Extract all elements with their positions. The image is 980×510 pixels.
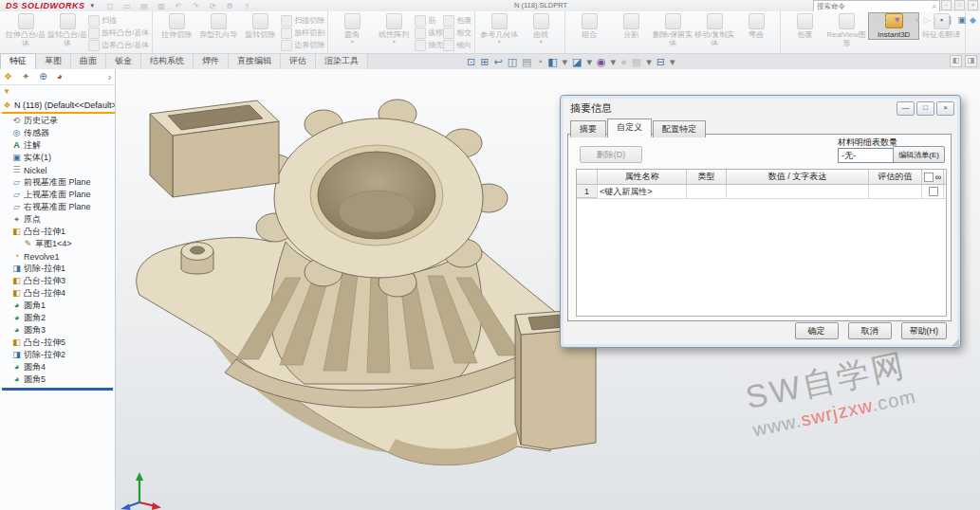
- table-header-cell[interactable]: 属性名称: [598, 170, 687, 184]
- commandmanager-tab[interactable]: 评估: [281, 54, 316, 69]
- tree-item[interactable]: 上视基准面 Plane: [2, 189, 115, 201]
- options-gear-icon[interactable]: ⚙: [223, 1, 236, 10]
- ok-button[interactable]: 确定: [795, 322, 839, 339]
- tree-item[interactable]: 凸台-拉伸5: [2, 337, 115, 349]
- checkbox[interactable]: [929, 187, 938, 196]
- filter-active-icon[interactable]: ▼: [893, 14, 901, 26]
- zoom-area-icon[interactable]: ⊞: [480, 53, 489, 69]
- tree-item[interactable]: Revolve1: [2, 250, 115, 263]
- featuremanager-tab-icon[interactable]: ❖: [4, 70, 12, 83]
- commandmanager-tab[interactable]: 草图: [36, 54, 71, 69]
- filter-vertex-icon[interactable]: ▪: [940, 14, 943, 26]
- tree-item[interactable]: 切除-拉伸2: [2, 349, 115, 361]
- row-number-cell[interactable]: 1: [577, 185, 598, 198]
- edit-list-button[interactable]: 编辑清单(E): [893, 146, 945, 163]
- dialog-minimize-icon[interactable]: —: [897, 101, 915, 116]
- commandmanager-tab[interactable]: 渲染工具: [316, 54, 368, 69]
- dynamic-annotation-icon[interactable]: ▤: [522, 53, 531, 69]
- print-icon[interactable]: ▥: [155, 1, 168, 10]
- ribbon-button[interactable]: 包覆: [443, 14, 472, 27]
- ribbon-button[interactable]: 筋: [415, 14, 443, 27]
- ribbon-button[interactable]: 抽壳: [415, 39, 443, 51]
- ribbon-button[interactable]: 参考几何体▾: [478, 12, 520, 45]
- left-pane-icon[interactable]: ◧: [950, 55, 962, 67]
- ribbon-button[interactable]: 旋转切除: [239, 12, 281, 39]
- hide-show-items-icon[interactable]: ◉: [597, 53, 606, 69]
- ribbon-button[interactable]: 放样凸台/基体: [88, 27, 149, 39]
- save-icon[interactable]: ▤: [138, 1, 151, 10]
- ribbon-button[interactable]: 弯曲: [735, 12, 777, 47]
- new-file-icon[interactable]: ◻: [103, 1, 117, 10]
- chevron-down-icon[interactable]: ▾: [670, 53, 675, 69]
- tree-item[interactable]: 圆角1: [2, 300, 115, 312]
- section-view-icon[interactable]: ◫: [508, 53, 517, 69]
- commandmanager-tab[interactable]: 直接编辑: [229, 54, 281, 69]
- filter-body-icon[interactable]: ◆: [970, 14, 976, 26]
- property-name-cell[interactable]: <键入新属性>: [598, 185, 687, 198]
- tree-root-item[interactable]: N (118) (Default<<Default>_Displ: [2, 99, 115, 112]
- tree-item[interactable]: 切除-拉伸1: [2, 263, 115, 275]
- type-cell[interactable]: [687, 185, 727, 198]
- tree-item[interactable]: 圆角5: [2, 373, 115, 386]
- tree-item[interactable]: 圆角4: [2, 361, 115, 373]
- tree-item[interactable]: 凸台-拉伸4: [2, 287, 115, 300]
- ribbon-button[interactable]: 边界凸台/基体: [88, 39, 149, 51]
- commandmanager-tab[interactable]: 特征: [0, 53, 36, 69]
- dialog-tab[interactable]: 自定义: [607, 118, 652, 137]
- tree-item[interactable]: 原点: [2, 213, 115, 226]
- ribbon-button[interactable]: 圆角▾: [331, 12, 373, 45]
- undo-icon[interactable]: ↶: [172, 1, 185, 10]
- tree-item[interactable]: 圆角3: [2, 324, 115, 337]
- displaymanager-tab-icon[interactable]: ◕: [57, 70, 63, 83]
- tree-item[interactable]: 前视基准面 Plane: [2, 176, 115, 189]
- dialog-title-bar[interactable]: 摘要信息 — □ ×: [561, 96, 960, 118]
- help-icon[interactable]: ?: [240, 1, 253, 10]
- ribbon-button[interactable]: RealView图形: [825, 12, 867, 47]
- ribbon-button[interactable]: 边界切除: [281, 39, 324, 51]
- maximize-icon[interactable]: □: [954, 0, 965, 10]
- select-arrow-icon[interactable]: ▷: [905, 14, 912, 26]
- ribbon-button[interactable]: 镜向: [443, 39, 472, 51]
- tree-item[interactable]: 注解: [2, 139, 115, 152]
- table-row[interactable]: 1 <键入新属性>: [577, 185, 946, 199]
- ribbon-button[interactable]: 删除/保留实体: [652, 12, 693, 47]
- tree-filter-icon[interactable]: ▼: [0, 85, 115, 97]
- edit-appearance-icon[interactable]: ●: [620, 53, 627, 69]
- commandmanager-tab[interactable]: 结构系统: [141, 54, 194, 69]
- logo-flyout-arrow[interactable]: ▾: [91, 2, 95, 9]
- close-icon[interactable]: ×: [968, 0, 978, 10]
- chevron-down-icon[interactable]: ▾: [646, 53, 652, 69]
- cancel-button[interactable]: 取消: [848, 322, 892, 339]
- table-header-cell[interactable]: [577, 170, 598, 184]
- ribbon-button[interactable]: 组合: [568, 12, 610, 47]
- search-icon[interactable]: ⌕: [933, 2, 939, 11]
- chevron-down-icon[interactable]: ▾: [611, 53, 617, 69]
- display-style-icon[interactable]: ◪: [572, 53, 582, 69]
- panel-expand-arrow[interactable]: ›: [108, 72, 111, 82]
- ribbon-button[interactable]: 包覆: [784, 12, 825, 47]
- tree-item[interactable]: 实体(1): [2, 152, 115, 164]
- commandmanager-tab[interactable]: 曲面: [71, 54, 106, 69]
- tree-item[interactable]: 传感器: [2, 127, 115, 139]
- ribbon-button[interactable]: 移动/复制实体: [693, 12, 735, 47]
- tree-item[interactable]: 历史记录: [2, 115, 115, 127]
- resize-grip[interactable]: ◢: [952, 337, 959, 347]
- evaluated-value-cell[interactable]: [869, 185, 922, 198]
- commandmanager-tab[interactable]: 钣金: [106, 54, 141, 69]
- link-column-header[interactable]: ∞: [922, 170, 944, 184]
- part-model[interactable]: [119, 71, 621, 507]
- chevron-down-icon[interactable]: ▾: [563, 53, 568, 69]
- ribbon-button[interactable]: 曲线▾: [520, 12, 562, 45]
- ribbon-button[interactable]: 拉伸凸台/基体: [5, 12, 46, 47]
- apply-scene-icon[interactable]: ▦: [632, 53, 641, 69]
- filter-funnel-icon[interactable]: ▽: [872, 14, 878, 26]
- tree-item[interactable]: 圆角2: [2, 312, 115, 324]
- propertymanager-tab-icon[interactable]: ✦: [22, 70, 29, 83]
- redo-icon[interactable]: ↷: [189, 1, 202, 10]
- separator[interactable]: |: [934, 14, 935, 26]
- table-header-cell[interactable]: 类型: [687, 170, 727, 184]
- table-header-cell[interactable]: 评估的值: [869, 170, 922, 184]
- appearance-tools-icon[interactable]: ◔: [536, 53, 543, 69]
- rebuild-icon[interactable]: ⟳: [206, 1, 219, 10]
- dialog-tab[interactable]: 配置特定: [653, 120, 706, 137]
